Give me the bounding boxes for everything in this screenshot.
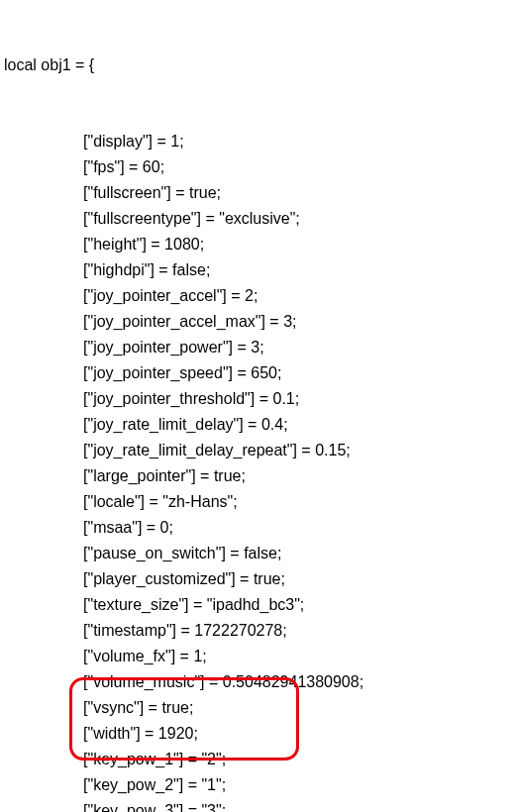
code-entry: ["player_customized"] = true; bbox=[4, 566, 513, 592]
code-entry: ["joy_rate_limit_delay"] = 0.4; bbox=[4, 412, 513, 438]
code-entry: ["joy_pointer_threshold"] = 0.1; bbox=[4, 386, 513, 412]
code-entry: ["joy_pointer_power"] = 3; bbox=[4, 335, 513, 360]
code-entry: ["joy_pointer_accel_max"] = 3; bbox=[4, 309, 513, 335]
code-entry: ["vsync"] = true; bbox=[4, 695, 513, 721]
code-entry: ["msaa"] = 0; bbox=[4, 515, 513, 541]
code-entry: ["locale"] = "zh-Hans"; bbox=[4, 489, 513, 515]
code-entry: ["key_pow_1"] = "2"; bbox=[4, 747, 513, 772]
code-block: local obj1 = { ["display"] = 1;["fps"] =… bbox=[4, 2, 513, 812]
code-entry: ["joy_pointer_accel"] = 2; bbox=[4, 283, 513, 309]
code-entry: ["highdpi"] = false; bbox=[4, 257, 513, 283]
code-entry: ["key_pow_3"] = "3"; bbox=[4, 798, 513, 812]
code-header: local obj1 = { bbox=[4, 52, 513, 78]
code-entry: ["joy_pointer_speed"] = 650; bbox=[4, 360, 513, 386]
code-entry: ["height"] = 1080; bbox=[4, 232, 513, 257]
code-entry: ["timestamp"] = 1722270278; bbox=[4, 618, 513, 644]
code-entry: ["key_pow_2"] = "1"; bbox=[4, 772, 513, 798]
code-entry: ["fps"] = 60; bbox=[4, 154, 513, 180]
code-entry: ["display"] = 1; bbox=[4, 129, 513, 154]
code-entry: ["pause_on_switch"] = false; bbox=[4, 541, 513, 566]
code-entry: ["volume_fx"] = 1; bbox=[4, 644, 513, 669]
code-entry: ["joy_rate_limit_delay_repeat"] = 0.15; bbox=[4, 438, 513, 463]
code-entry: ["fullscreentype"] = "exclusive"; bbox=[4, 206, 513, 232]
code-entry: ["texture_size"] = "ipadhd_bc3"; bbox=[4, 592, 513, 618]
code-entry: ["width"] = 1920; bbox=[4, 721, 513, 747]
code-entry: ["large_pointer"] = true; bbox=[4, 463, 513, 489]
code-entry: ["fullscreen"] = true; bbox=[4, 180, 513, 206]
code-entry: ["volume_music"] = 0.50482941380908; bbox=[4, 669, 513, 695]
